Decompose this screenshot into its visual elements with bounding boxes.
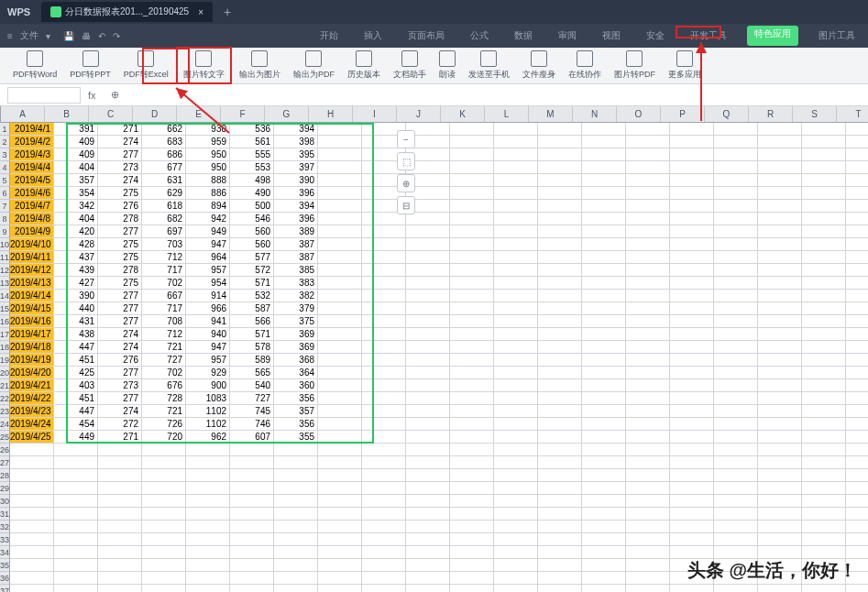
cell[interactable] (846, 238, 868, 251)
cell[interactable]: 409 (54, 136, 98, 148)
cell[interactable] (802, 277, 846, 290)
cell[interactable] (538, 572, 582, 585)
cell[interactable] (318, 238, 362, 251)
cell[interactable] (362, 521, 406, 533)
row-header[interactable]: 23 (0, 405, 10, 418)
cell[interactable] (494, 444, 538, 456)
cell[interactable] (450, 418, 494, 431)
cell[interactable] (318, 251, 362, 264)
cell[interactable] (494, 136, 538, 148)
cell[interactable] (626, 328, 670, 341)
cell[interactable] (142, 559, 186, 572)
cell[interactable] (450, 187, 494, 200)
cell[interactable] (406, 367, 450, 379)
document-tab[interactable]: 分日数据报表201..._20190425 × (41, 2, 213, 22)
cell[interactable] (362, 290, 406, 302)
cell[interactable] (318, 302, 362, 315)
cell[interactable] (802, 187, 846, 200)
cell[interactable] (362, 367, 406, 379)
cell[interactable]: 274 (98, 328, 142, 341)
cell[interactable] (274, 482, 318, 495)
cell[interactable] (714, 161, 758, 174)
cell[interactable] (802, 444, 846, 456)
row-header[interactable]: 29 (0, 482, 10, 495)
cell[interactable] (186, 521, 230, 533)
cell[interactable] (406, 456, 450, 469)
cell[interactable]: 560 (230, 238, 274, 251)
cell[interactable] (714, 148, 758, 161)
cell[interactable] (318, 521, 362, 533)
cell[interactable] (846, 431, 868, 444)
cell[interactable] (362, 328, 406, 341)
column-header[interactable]: P (661, 106, 705, 122)
cell[interactable] (626, 546, 670, 559)
cell[interactable] (494, 521, 538, 533)
cell[interactable] (714, 238, 758, 251)
cell[interactable] (582, 444, 626, 456)
side-tool-button[interactable]: ⊟ (397, 196, 415, 214)
cell[interactable] (626, 264, 670, 277)
cell[interactable] (318, 341, 362, 354)
cell[interactable] (450, 533, 494, 546)
cell[interactable] (582, 136, 626, 148)
redo-icon[interactable]: ↷ (113, 31, 120, 41)
cell[interactable] (538, 225, 582, 238)
ribbon-tab[interactable]: 开发工具 (685, 26, 732, 46)
cell[interactable] (362, 418, 406, 431)
cell[interactable] (582, 367, 626, 379)
ribbon-tab[interactable]: 开始 (314, 26, 344, 46)
cell[interactable] (626, 379, 670, 392)
cell[interactable] (626, 148, 670, 161)
cell[interactable] (758, 161, 802, 174)
cell[interactable]: 560 (230, 225, 274, 238)
cell[interactable] (142, 482, 186, 495)
cell[interactable] (450, 328, 494, 341)
cell[interactable] (802, 148, 846, 161)
cell[interactable] (714, 546, 758, 559)
cell[interactable]: 940 (186, 328, 230, 341)
cell[interactable] (10, 444, 54, 456)
cell[interactable] (846, 405, 868, 418)
cell[interactable] (670, 200, 714, 213)
cell[interactable] (362, 585, 406, 592)
cell[interactable] (450, 354, 494, 367)
cell[interactable] (274, 572, 318, 585)
cell[interactable] (318, 174, 362, 187)
cell[interactable] (802, 302, 846, 315)
cell[interactable] (846, 508, 868, 521)
cell[interactable] (802, 213, 846, 225)
cell[interactable] (582, 508, 626, 521)
cell[interactable] (714, 508, 758, 521)
cell[interactable] (802, 354, 846, 367)
cell[interactable] (186, 559, 230, 572)
cell[interactable] (758, 200, 802, 213)
cell[interactable] (802, 341, 846, 354)
cell[interactable] (538, 354, 582, 367)
cell[interactable] (846, 379, 868, 392)
cell[interactable] (54, 559, 98, 572)
cell[interactable] (230, 585, 274, 592)
cell[interactable] (406, 354, 450, 367)
cell[interactable] (406, 572, 450, 585)
cell[interactable] (626, 123, 670, 136)
cell[interactable] (318, 533, 362, 546)
cell[interactable]: 451 (54, 392, 98, 405)
cell[interactable] (406, 533, 450, 546)
cell[interactable]: 950 (186, 148, 230, 161)
cell[interactable] (846, 482, 868, 495)
cell[interactable] (670, 508, 714, 521)
cell[interactable] (538, 469, 582, 482)
cell[interactable] (626, 161, 670, 174)
cell[interactable]: 277 (98, 290, 142, 302)
cell[interactable]: 277 (98, 225, 142, 238)
cell[interactable]: 886 (186, 187, 230, 200)
cell[interactable] (494, 508, 538, 521)
cell[interactable] (758, 444, 802, 456)
cell[interactable]: 631 (142, 174, 186, 187)
cell[interactable]: 275 (98, 277, 142, 290)
cell[interactable] (802, 264, 846, 277)
cell[interactable] (626, 559, 670, 572)
cell[interactable] (362, 302, 406, 315)
cell[interactable] (538, 123, 582, 136)
cell[interactable] (582, 225, 626, 238)
